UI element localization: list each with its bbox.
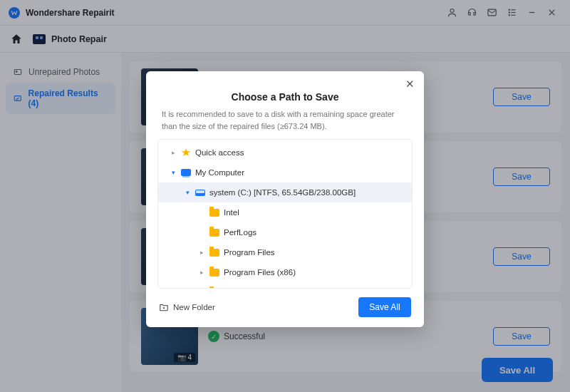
folder-icon [209, 249, 219, 257]
tree-quick-access[interactable]: ▸Quick access [158, 143, 412, 163]
drive-icon [195, 190, 205, 196]
save-path-modal: ✕ Choose a Path to Save It is recommende… [146, 71, 424, 327]
modal-title: Choose a Path to Save [146, 71, 424, 108]
modal-close-icon[interactable]: ✕ [403, 77, 417, 91]
folder-tree: ▸Quick access ▾My Computer ▾system (C:) … [157, 139, 413, 289]
tree-drive-c[interactable]: ▾system (C:) [NTFS, 65.54GB/238.00GB] [158, 182, 412, 202]
folder-icon [209, 209, 219, 217]
folder-icon [209, 269, 219, 277]
star-icon [181, 148, 191, 157]
tree-folder[interactable]: Intel [158, 202, 412, 222]
new-folder-icon [159, 302, 169, 312]
tree-folder[interactable]: ▸Program Files [158, 242, 412, 262]
tree-folder[interactable]: Repairit 2023-06-30 at 17.55.31 [158, 282, 412, 289]
computer-icon [181, 169, 191, 176]
folder-icon [209, 229, 219, 237]
folder-icon [209, 289, 219, 289]
tree-folder[interactable]: ▸Program Files (x86) [158, 262, 412, 282]
tree-folder[interactable]: PerfLogs [158, 222, 412, 242]
modal-hint: It is recommended to save to a disk with… [146, 108, 424, 139]
tree-my-computer[interactable]: ▾My Computer [158, 163, 412, 182]
new-folder-button[interactable]: New Folder [159, 302, 215, 312]
modal-save-all-button[interactable]: Save All [358, 297, 411, 317]
